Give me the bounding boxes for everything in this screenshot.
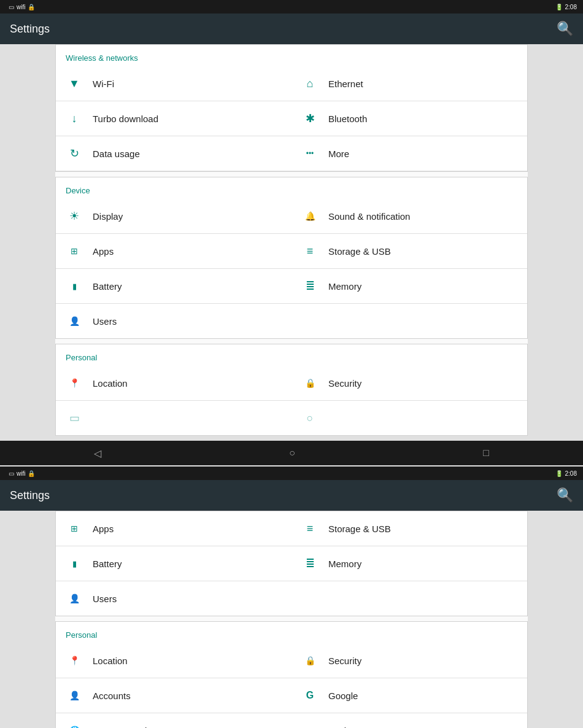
users-item-bottom[interactable]: 👤 Users [56, 581, 292, 616]
turbo-item[interactable]: ↓ Turbo download [56, 101, 292, 136]
screen-icon: ▭ [9, 4, 14, 10]
ethernet-item[interactable]: ⌂ Ethernet [292, 66, 527, 101]
app-title-bottom: Settings [10, 489, 50, 502]
wireless-header: Wireless & networks [56, 45, 527, 66]
language-item[interactable]: 🌐 Language & input [56, 713, 292, 728]
personal-grid-top: 📍 Location 🔒 Security ▭ ○ [56, 366, 527, 435]
more-item[interactable]: ••• More [292, 136, 527, 171]
wifi-status-icon-bottom: wifi [17, 470, 25, 477]
search-button-bottom[interactable]: 🔍 [557, 487, 573, 503]
screen-icon-bottom: ▭ [9, 470, 14, 477]
app-bar-top: Settings 🔍 [0, 14, 583, 44]
storage-item-bottom[interactable]: ≡ Storage & USB [292, 511, 527, 546]
ethernet-label: Ethernet [328, 79, 363, 89]
status-bar-bottom: ▭ wifi 🔒 🔋 2:08 [0, 467, 583, 480]
top-screen: ▭ wifi 🔒 🔋 2:08 Settings 🔍 Wireless & ne… [0, 0, 583, 465]
time-top: 2:08 [565, 4, 577, 10]
security-icon-bottom: 🔒 [301, 652, 319, 669]
location-item-top[interactable]: 📍 Location [56, 366, 292, 401]
apps-label-top: Apps [93, 246, 114, 257]
backup-item[interactable]: ☁ Backup & reset [292, 713, 527, 728]
users-icon-bottom: 👤 [66, 590, 83, 607]
wireless-grid: ▼ Wi-Fi ⌂ Ethernet ↓ Turbo download ✱ Bl… [56, 66, 527, 171]
apps-icon-top: ⊞ [66, 242, 83, 260]
google-icon: G [301, 687, 319, 704]
storage-label-top: Storage & USB [328, 246, 391, 257]
bluetooth-item[interactable]: ✱ Bluetooth [292, 101, 527, 136]
device-grid-top: ☀ Display 🔔 Sound & notification ⊞ Apps … [56, 199, 527, 338]
data-usage-item[interactable]: ↻ Data usage [56, 136, 292, 171]
location-item-bottom[interactable]: 📍 Location [56, 643, 292, 678]
battery-status-icon-bottom: 🔋 [555, 470, 563, 477]
partial-icon-right: ○ [301, 409, 319, 427]
security-label-top: Security [328, 378, 361, 389]
security-item-bottom[interactable]: 🔒 Security [292, 643, 527, 678]
security-label-bottom: Security [328, 656, 361, 666]
home-button-top[interactable]: ○ [271, 443, 314, 463]
lock-status-icon: 🔒 [28, 4, 35, 10]
sound-item[interactable]: 🔔 Sound & notification [292, 199, 527, 234]
nav-bar-top: ◁ ○ □ [0, 441, 583, 465]
partial-item-right[interactable]: ○ [292, 401, 527, 435]
memory-item-bottom[interactable]: ≣ Memory [292, 546, 527, 581]
status-bar-top: ▭ wifi 🔒 🔋 2:08 [0, 0, 583, 14]
apps-item-bottom[interactable]: ⊞ Apps [56, 511, 292, 546]
storage-item-top[interactable]: ≡ Storage & USB [292, 234, 527, 269]
app-bar-bottom: Settings 🔍 [0, 480, 583, 511]
wifi-label: Wi-Fi [93, 79, 114, 89]
memory-item-top[interactable]: ≣ Memory [292, 269, 527, 304]
google-item[interactable]: G Google [292, 678, 527, 713]
location-icon-bottom: 📍 [66, 652, 83, 669]
storage-icon-bottom: ≡ [301, 520, 319, 537]
battery-label-bottom: Battery [93, 559, 122, 569]
location-label-bottom: Location [93, 656, 128, 666]
location-label-top: Location [93, 378, 128, 389]
users-empty [292, 581, 527, 616]
users-label-top: Users [93, 316, 117, 327]
security-item-top[interactable]: 🔒 Security [292, 366, 527, 401]
partial-item-left[interactable]: ▭ [56, 401, 292, 435]
time-bottom: 2:08 [565, 470, 577, 477]
display-item[interactable]: ☀ Display [56, 199, 292, 234]
display-label: Display [93, 211, 123, 222]
app-title-top: Settings [10, 23, 50, 36]
partial-icon-left: ▭ [66, 409, 83, 427]
security-icon-top: 🔒 [301, 374, 319, 392]
data-usage-label: Data usage [93, 149, 140, 159]
status-right-icons-bottom: 🔋 2:08 [555, 470, 577, 477]
location-icon-top: 📍 [66, 374, 83, 392]
battery-icon-top: ▮ [66, 277, 83, 295]
recents-button-top[interactable]: □ [465, 443, 508, 463]
language-label: Language & input [93, 726, 165, 729]
sound-icon: 🔔 [301, 207, 319, 225]
apps-icon-bottom: ⊞ [66, 520, 83, 537]
backup-label: Backup & reset [328, 726, 391, 729]
turbo-icon: ↓ [66, 110, 83, 127]
accounts-item[interactable]: 👤 Accounts [56, 678, 292, 713]
memory-icon-bottom: ≣ [301, 555, 319, 572]
battery-status-icon: 🔋 [555, 4, 563, 10]
back-button-top[interactable]: ◁ [75, 443, 120, 464]
battery-item-bottom[interactable]: ▮ Battery [56, 546, 292, 581]
users-item-top[interactable]: 👤 Users [56, 304, 292, 338]
battery-item-top[interactable]: ▮ Battery [56, 269, 292, 304]
sound-label: Sound & notification [328, 211, 410, 222]
apps-item-top[interactable]: ⊞ Apps [56, 234, 292, 269]
storage-label-bottom: Storage & USB [328, 524, 391, 534]
battery-label-top: Battery [93, 281, 122, 292]
language-icon: 🌐 [66, 722, 83, 728]
device-section-bottom: ⊞ Apps ≡ Storage & USB ▮ Battery ≣ Memor… [55, 511, 528, 616]
ethernet-icon: ⌂ [301, 75, 319, 92]
google-label: Google [328, 691, 358, 701]
personal-section-bottom: Personal 📍 Location 🔒 Security 👤 Account… [55, 621, 528, 728]
search-button-top[interactable]: 🔍 [557, 21, 573, 37]
device-grid-bottom: ⊞ Apps ≡ Storage & USB ▮ Battery ≣ Memor… [56, 511, 527, 616]
turbo-label: Turbo download [93, 114, 158, 124]
users-label-bottom: Users [93, 594, 117, 604]
personal-section-top: Personal 📍 Location 🔒 Security ▭ ○ [55, 344, 528, 436]
display-icon: ☀ [66, 207, 83, 225]
status-right-icons: 🔋 2:08 [555, 4, 577, 10]
wifi-item[interactable]: ▼ Wi-Fi [56, 66, 292, 101]
more-label: More [328, 149, 349, 159]
lock-status-icon-bottom: 🔒 [28, 470, 35, 477]
